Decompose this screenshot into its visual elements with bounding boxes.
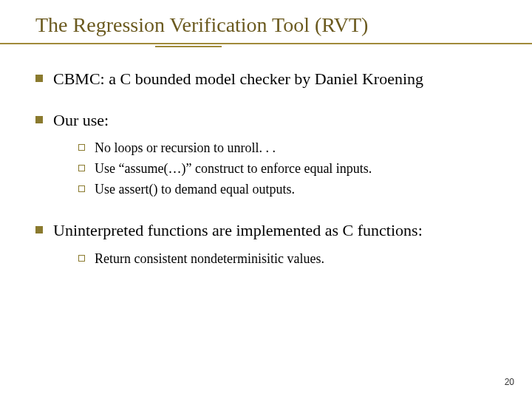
slide: The Regression Verification Tool (RVT) C… [0, 0, 532, 399]
bullet-item: Our use: No loops or recursion to unroll… [33, 109, 502, 200]
sub-bullet-text: Return consistent nondeterminisitic valu… [95, 251, 324, 266]
sub-bullet-item: Return consistent nondeterminisitic valu… [75, 249, 502, 270]
bullet-item: Uninterpreted functions are implemented … [33, 219, 502, 270]
sub-bullet-text: Use assert() to demand equal outputs. [95, 182, 295, 197]
page-number: 20 [505, 377, 514, 387]
sub-bullet-list: No loops or recursion to unroll. . . Use… [75, 138, 502, 200]
bullet-text: Our use: [53, 111, 109, 129]
sub-bullet-list: Return consistent nondeterminisitic valu… [75, 249, 502, 270]
bullet-item: CBMC: a C bounded model checker by Danie… [33, 68, 502, 90]
sub-bullet-text: No loops or recursion to unroll. . . [95, 140, 276, 155]
title-underline [30, 41, 502, 47]
bullet-text: Uninterpreted functions are implemented … [53, 221, 423, 239]
slide-title: The Regression Verification Tool (RVT) [35, 13, 502, 37]
sub-bullet-text: Use “assume(…)” construct to enforce equ… [95, 161, 372, 176]
sub-bullet-item: Use assert() to demand equal outputs. [75, 180, 502, 200]
bullet-text: CBMC: a C bounded model checker by Danie… [53, 69, 423, 88]
sub-bullet-item: No loops or recursion to unroll. . . [75, 138, 502, 159]
bullet-list: CBMC: a C bounded model checker by Danie… [33, 68, 502, 270]
sub-bullet-item: Use “assume(…)” construct to enforce equ… [75, 159, 502, 180]
